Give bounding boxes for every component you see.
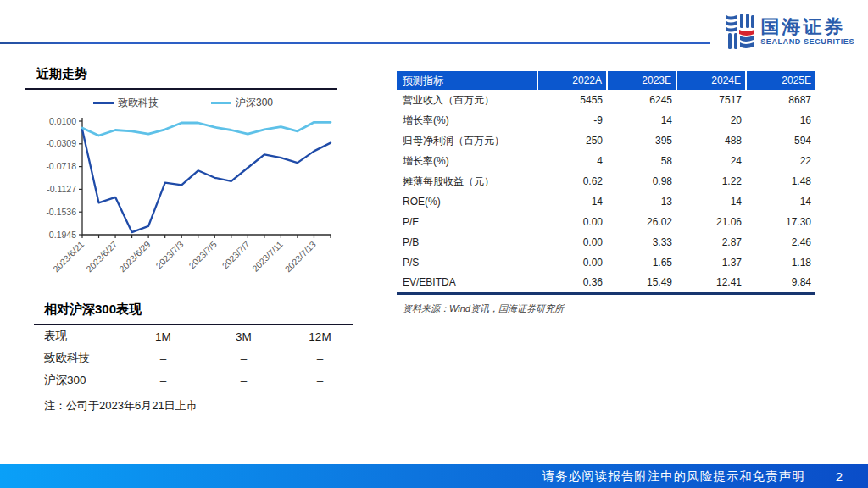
series-line-0 <box>82 130 331 232</box>
forecast-value-cell: 3.33 <box>607 232 676 252</box>
page-number: 2 <box>836 469 843 484</box>
forecast-value-cell: 8687 <box>746 90 815 110</box>
x-axis-label: 2023/7/13 <box>282 239 318 274</box>
forecast-value-cell: 1.37 <box>676 252 746 273</box>
forecast-metric-label: 增长率(%) <box>397 151 537 171</box>
forecast-metric-label: 归母净利润（百万元） <box>397 130 537 151</box>
x-axis-label: 2023/7/3 <box>153 239 185 270</box>
trend-section-title: 近期走势 <box>25 66 337 90</box>
forecast-value-cell: 12.41 <box>676 273 746 293</box>
forecast-value-cell: 0.00 <box>537 252 607 273</box>
y-axis-label: -0.0309 <box>46 138 76 148</box>
sealand-logo-icon <box>726 14 754 49</box>
forecast-value-cell: 22 <box>746 151 815 171</box>
y-axis-label: -0.1536 <box>46 207 76 217</box>
logo-brand-en: SEALAND SECURITIES <box>760 38 854 46</box>
perf-header-cell: 1M <box>127 325 199 347</box>
forecast-value-cell: 0.00 <box>537 212 607 232</box>
forecast-table-row: P/B0.003.332.872.46 <box>397 232 815 252</box>
forecast-metric-label: 摊薄每股收益（元） <box>397 171 537 191</box>
perf-value-cell: – <box>127 369 199 391</box>
forecast-value-cell: 1.18 <box>746 252 815 273</box>
forecast-value-cell: 9.84 <box>746 273 815 293</box>
forecast-value-cell: 4 <box>537 151 607 171</box>
perf-row-label: 致欧科技 <box>34 347 127 369</box>
forecast-value-cell: 395 <box>607 130 676 151</box>
perf-row-label: 沪深300 <box>34 369 127 391</box>
sealand-logo: 国海证券 SEALAND SECURITIES <box>726 14 854 49</box>
forecast-value-cell: 14 <box>607 110 676 130</box>
disclaimer-text: 请务必阅读报告附注中的风险提示和免责声明 <box>542 469 805 485</box>
perf-value-cell: – <box>199 369 288 391</box>
forecast-header-cell: 2024E <box>676 71 746 90</box>
perf-header-cell: 表现 <box>34 325 127 347</box>
forecast-value-cell: 1.22 <box>676 171 746 191</box>
perf-value-cell: – <box>199 347 288 369</box>
logo-brand-cn: 国海证券 <box>760 17 854 36</box>
forecast-value-cell: 250 <box>537 130 607 151</box>
x-axis-label: 2023/7/11 <box>250 239 285 274</box>
forecast-metric-label: 营业收入（百万元） <box>397 90 537 110</box>
legend-item: 沪深300 <box>211 96 273 110</box>
y-axis-label: 0.0100 <box>49 116 76 126</box>
x-axis-label: 2023/7/7 <box>220 239 251 270</box>
relative-performance-table: 表现1M3M12M致欧科技–––沪深300––– <box>34 325 352 391</box>
forecast-metric-label: P/S <box>397 252 537 273</box>
data-source-note: 资料来源：Wind资讯，国海证券研究所 <box>397 302 815 315</box>
forecast-value-cell: 14 <box>537 191 607 212</box>
legend-item: 致欧科技 <box>93 96 159 110</box>
forecast-value-cell: 14 <box>676 191 746 212</box>
forecast-value-cell: 14 <box>746 191 815 212</box>
forecast-value-cell: 1.48 <box>746 171 815 191</box>
forecast-table-row: EV/EBITDA0.3615.4912.419.84 <box>397 273 815 293</box>
legend-line-swatch <box>93 102 114 104</box>
forecast-header-cell: 2022A <box>537 71 607 90</box>
forecast-value-cell: 7517 <box>676 90 746 110</box>
forecast-metric-label: 增长率(%) <box>397 110 537 130</box>
forecast-value-cell: 0.62 <box>537 171 607 191</box>
forecast-table-row: 营业收入（百万元）5455624575178687 <box>397 90 815 110</box>
forecast-metric-label: EV/EBITDA <box>397 273 537 293</box>
series-line-1 <box>82 122 331 136</box>
forecast-table-row: 归母净利润（百万元）250395488594 <box>397 130 815 151</box>
footer-bar: 请务必阅读报告附注中的风险提示和免责声明 2 <box>0 464 868 488</box>
forecast-value-cell: 594 <box>746 130 815 151</box>
forecast-value-cell: 20 <box>676 110 746 130</box>
forecast-table-row: 摊薄每股收益（元）0.620.981.221.48 <box>397 171 815 191</box>
perf-header-cell: 12M <box>288 325 352 347</box>
forecast-value-cell: 5455 <box>537 90 607 110</box>
forecast-table-row: ROE(%)14131414 <box>397 191 815 212</box>
forecast-table-row: 增长率(%)4582422 <box>397 151 815 171</box>
legend-label: 沪深300 <box>236 96 273 110</box>
forecast-metric-label: P/E <box>397 212 537 232</box>
forecast-value-cell: -9 <box>537 110 607 130</box>
forecast-table-row: P/E0.0026.0221.0617.30 <box>397 212 815 232</box>
chart-axes <box>82 118 331 235</box>
perf-value-cell: – <box>127 347 199 369</box>
perf-value-cell: – <box>288 347 352 369</box>
forecast-header-cell: 2023E <box>607 71 676 90</box>
forecast-value-cell: 16 <box>746 110 815 130</box>
chart-legend: 致欧科技沪深300 <box>25 96 341 110</box>
report-page: 国海证券 SEALAND SECURITIES 近期走势 致欧科技沪深300 0… <box>0 0 868 488</box>
forecast-value-cell: 0.36 <box>537 273 607 293</box>
perf-header-cell: 3M <box>199 325 288 347</box>
trend-line-chart: 0.0100-0.0309-0.0718-0.1127-0.1536-0.194… <box>25 110 343 290</box>
forecast-value-cell: 15.49 <box>607 273 676 293</box>
forecast-value-cell: 26.02 <box>607 212 676 232</box>
legend-label: 致欧科技 <box>118 96 159 110</box>
forecast-value-cell: 21.06 <box>676 212 746 232</box>
legend-line-swatch <box>211 102 231 104</box>
x-axis-label: 2023/6/27 <box>84 239 120 274</box>
forecast-table-row: P/S0.001.651.371.18 <box>397 252 815 273</box>
forecast-value-cell: 0.98 <box>607 171 676 191</box>
x-axis-label: 2023/7/5 <box>186 239 218 270</box>
x-axis-label: 2023/6/29 <box>117 239 153 274</box>
forecast-value-cell: 1.65 <box>607 252 676 273</box>
header-divider <box>0 42 710 44</box>
forecast-metric-label: ROE(%) <box>397 191 537 212</box>
forecast-metric-label: P/B <box>397 232 537 252</box>
forecast-value-cell: 2.87 <box>676 232 746 252</box>
listing-note: 注：公司于2023年6月21日上市 <box>44 398 198 413</box>
forecast-table-row: 增长率(%)-9142016 <box>397 110 815 130</box>
